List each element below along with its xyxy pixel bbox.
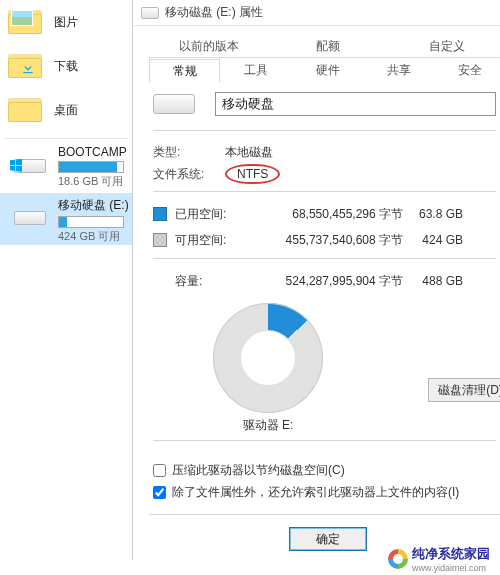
drive-name: BOOTCAMP (	[58, 145, 128, 159]
compress-label: 压缩此驱动器以节约磁盘空间(C)	[172, 462, 345, 479]
capacity-human: 488 GB	[403, 274, 463, 288]
tab-security[interactable]: 安全	[435, 58, 500, 82]
quickaccess-desktop[interactable]: 桌面	[0, 88, 132, 132]
properties-dialog: 移动磁盘 (E:) 属性 以前的版本 配额 自定义 常规 工具 硬件 共享 安全…	[132, 0, 500, 560]
used-label: 已用空间:	[175, 206, 245, 223]
compress-checkbox-row[interactable]: 压缩此驱动器以节约磁盘空间(C)	[153, 459, 496, 481]
used-bytes: 68,550,455,296 字节	[245, 206, 403, 223]
tab-row-2: 常规 工具 硬件 共享 安全	[149, 58, 500, 82]
capacity-bytes: 524,287,995,904 字节	[245, 273, 403, 290]
disk-cleanup-button[interactable]: 磁盘清理(D)	[428, 378, 500, 402]
downloads-label: 下载	[54, 58, 78, 75]
usage-pie-chart	[213, 303, 323, 413]
tab-tools[interactable]: 工具	[220, 58, 291, 82]
volume-name-input[interactable]	[215, 92, 496, 116]
pictures-folder-icon	[8, 6, 46, 38]
drive-subtext: 424 GB 可用	[58, 229, 128, 244]
used-human: 63.8 GB	[403, 207, 463, 221]
watermark-logo-icon	[388, 549, 408, 569]
windows-logo-icon	[8, 157, 24, 173]
type-label: 类型:	[153, 144, 225, 161]
filesystem-label: 文件系统:	[153, 166, 225, 183]
drive-icon	[8, 199, 50, 229]
index-checkbox[interactable]	[153, 486, 166, 499]
free-space-row: 可用空间: 455,737,540,608 字节 424 GB	[153, 228, 496, 252]
explorer-left-pane: 图片 下载 桌面 BOOTCAMP ( 18.6 GB 可用 移动硬盘 (E:)…	[0, 0, 132, 575]
capacity-row: 容量: 524,287,995,904 字节 488 GB	[153, 269, 496, 293]
type-value: 本地磁盘	[225, 144, 273, 161]
separator	[153, 258, 496, 259]
tab-previousversions[interactable]: 以前的版本	[149, 34, 268, 57]
drive-subtext: 18.6 GB 可用	[58, 174, 128, 189]
watermark: 纯净系统家园 www.yidaimei.com	[384, 543, 496, 575]
quickaccess-pictures[interactable]: 图片	[0, 0, 132, 44]
index-checkbox-row[interactable]: 除了文件属性外，还允许索引此驱动器上文件的内容(I)	[153, 481, 496, 503]
tab-hardware[interactable]: 硬件	[292, 58, 363, 82]
capacity-label: 容量:	[153, 273, 245, 290]
drive-row-removable[interactable]: 移动硬盘 (E:) 424 GB 可用	[0, 193, 132, 245]
dialog-titlebar[interactable]: 移动磁盘 (E:) 属性	[133, 0, 500, 26]
separator	[4, 138, 128, 139]
watermark-brand: 纯净系统家园	[412, 545, 490, 563]
watermark-url: www.yidaimei.com	[412, 563, 492, 573]
index-label: 除了文件属性外，还允许索引此驱动器上文件的内容(I)	[172, 484, 459, 501]
drive-name: 移动硬盘 (E:)	[58, 197, 128, 214]
tab-row-1: 以前的版本 配额 自定义	[149, 34, 500, 58]
drive-row-bootcamp[interactable]: BOOTCAMP ( 18.6 GB 可用	[0, 141, 132, 193]
general-tab-content: 类型: 本地磁盘 文件系统: NTFS 已用空间: 68,550,455,296…	[133, 82, 500, 503]
drive-icon	[8, 147, 50, 177]
used-space-row: 已用空间: 68,550,455,296 字节 63.8 GB	[153, 202, 496, 226]
drive-large-icon	[153, 94, 195, 114]
drive-usage-bar	[58, 161, 124, 173]
separator	[153, 130, 496, 131]
tab-sharing[interactable]: 共享	[363, 58, 434, 82]
filesystem-value-highlighted: NTFS	[225, 164, 280, 184]
quickaccess-downloads[interactable]: 下载	[0, 44, 132, 88]
used-color-swatch	[153, 207, 167, 221]
drive-usage-bar	[58, 216, 124, 228]
desktop-folder-icon	[8, 94, 46, 126]
drive-icon	[141, 7, 159, 19]
separator	[153, 440, 496, 441]
tab-quota[interactable]: 配额	[268, 34, 387, 57]
free-human: 424 GB	[403, 233, 463, 247]
tab-general[interactable]: 常规	[149, 59, 220, 83]
desktop-label: 桌面	[54, 102, 78, 119]
separator	[153, 191, 496, 192]
drive-letter-label: 驱动器 E:	[153, 417, 383, 434]
pictures-label: 图片	[54, 14, 78, 31]
downloads-folder-icon	[8, 50, 46, 82]
free-label: 可用空间:	[175, 232, 245, 249]
compress-checkbox[interactable]	[153, 464, 166, 477]
free-color-swatch	[153, 233, 167, 247]
dialog-title: 移动磁盘 (E:) 属性	[165, 4, 263, 21]
tab-customize[interactable]: 自定义	[387, 34, 500, 57]
ok-button[interactable]: 确定	[289, 527, 367, 551]
free-bytes: 455,737,540,608 字节	[245, 232, 403, 249]
